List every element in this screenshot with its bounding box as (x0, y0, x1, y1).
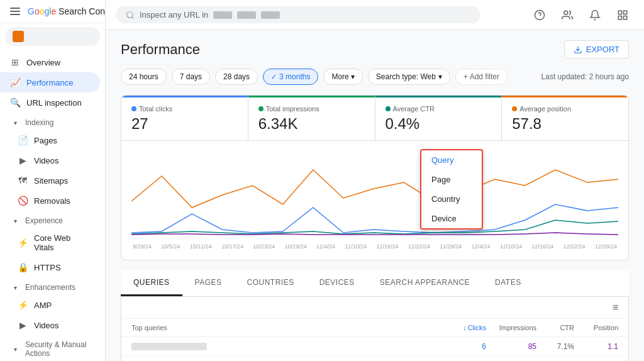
section-experience[interactable]: ▾ Experience (0, 211, 105, 228)
tab-search-appearance[interactable]: SEARCH APPEARANCE (367, 270, 482, 296)
metric-value-position: 57.8 (512, 115, 618, 133)
sidebar-item-amp[interactable]: ⚡ AMP (0, 295, 100, 315)
tab-countries[interactable]: COUNTRIES (234, 270, 306, 296)
section-enhancements[interactable]: ▾ Enhancements (0, 277, 105, 295)
sidebar-item-https[interactable]: 🔒 HTTPS (0, 257, 100, 277)
sidebar-item-pages[interactable]: 📄 Pages (0, 130, 100, 150)
app-logo: Google Search Console (28, 6, 106, 16)
videos-icon: ▶ (18, 155, 28, 165)
filter-7d[interactable]: 7 days (172, 69, 210, 85)
sidebar-item-videos2[interactable]: ▶ Videos (0, 315, 100, 335)
overview-icon: ⊞ (10, 57, 20, 67)
x-label: 9/29/24 (133, 243, 152, 250)
filter-rows-icon[interactable]: ≡ (613, 302, 618, 313)
section-security[interactable]: ▾ Security & Manual Actions (0, 335, 105, 360)
url-part-3 (261, 11, 280, 19)
search-type-button[interactable]: Search type: Web ▾ (368, 69, 450, 85)
x-label: 12/10/24 (500, 243, 522, 250)
filter-28d[interactable]: 28 days (215, 69, 258, 85)
sidebar-item-core-web-vitals[interactable]: ⚡ Core Web Vitals (0, 228, 100, 257)
metric-label-impressions: Total impressions (258, 105, 365, 113)
clicks-cell: 6 (436, 342, 486, 351)
bell-icon-button[interactable] (584, 4, 606, 26)
dropdown-item-country[interactable]: Country (421, 189, 482, 209)
tab-queries[interactable]: QUERIES (121, 270, 182, 296)
chevron-icon: ▾ (10, 216, 20, 226)
property-selector[interactable] (5, 27, 100, 46)
table-toolbar: ≡ (121, 297, 628, 319)
col-header-impressions[interactable]: Impressions (486, 324, 536, 331)
svg-line-1 (132, 16, 134, 18)
x-label: 12/4/24 (472, 243, 491, 250)
tab-pages[interactable]: PAGES (182, 270, 235, 296)
sidebar-item-label: Videos (34, 156, 59, 165)
export-button[interactable]: EXPORT (564, 40, 629, 58)
col-header-position[interactable]: Position (574, 324, 618, 331)
sidebar-item-removals[interactable]: 🚫 Removals (0, 191, 100, 211)
top-bar: Inspect any URL in (106, 0, 644, 30)
sort-arrow-icon: ↓ (463, 324, 467, 331)
tab-devices[interactable]: DEVICES (307, 270, 367, 296)
sidebar-header: Google Search Console (0, 0, 105, 23)
sidebar-item-sitemaps[interactable]: 🗺 Sitemaps (0, 170, 100, 191)
dropdown-item-device[interactable]: Device (421, 209, 482, 228)
position-cell: 1.1 (574, 342, 618, 351)
svg-point-4 (564, 11, 568, 14)
section-label: Indexing (25, 118, 53, 127)
query-cell (131, 343, 436, 350)
svg-rect-8 (618, 16, 621, 19)
sidebar: Google Search Console ⊞ Overview 📈 Perfo… (0, 0, 106, 361)
amp-icon: ⚡ (18, 300, 28, 310)
sidebar-item-url-inspection[interactable]: 🔍 URL inspection (0, 92, 100, 113)
tab-dates[interactable]: DATES (482, 270, 534, 296)
table-header: Top queries ↓ Clicks Impressions CTR Pos… (121, 319, 628, 337)
sidebar-item-overview[interactable]: ⊞ Overview (0, 52, 100, 72)
performance-icon: 📈 (10, 77, 20, 87)
filter-bar: 24 hours 7 days 28 days 3 months More ▾ … (121, 69, 629, 85)
metric-value-impressions: 6.34K (258, 115, 365, 133)
url-inspection-icon: 🔍 (10, 97, 20, 108)
metric-card-clicks[interactable]: Total clicks 27 (121, 96, 248, 140)
grid-icon-button[interactable] (611, 4, 634, 26)
add-filter-button[interactable]: + Add filter (455, 69, 508, 85)
sidebar-item-label: Sitemaps (34, 176, 68, 186)
x-label: 11/4/24 (316, 243, 335, 250)
section-indexing[interactable]: ▾ Indexing (0, 113, 105, 130)
metric-card-position[interactable]: Average position 57.8 (502, 96, 628, 140)
chevron-down-icon: ▾ (438, 72, 442, 81)
dropdown-item-query[interactable]: Query (421, 150, 482, 170)
people-icon (562, 9, 573, 21)
help-icon-button[interactable] (528, 4, 551, 26)
search-placeholder: Inspect any URL in (140, 10, 208, 19)
metric-value-clicks: 27 (131, 115, 238, 133)
sidebar-item-videos[interactable]: ▶ Videos (0, 150, 100, 170)
url-inspection-bar[interactable]: Inspect any URL in (116, 6, 480, 23)
sidebar-item-label: Performance (26, 78, 73, 87)
last-updated-text: Last updated: 2 hours ago (541, 72, 629, 81)
filter-more[interactable]: More ▾ (323, 69, 362, 85)
chevron-icon: ▾ (10, 282, 20, 292)
query-bar (131, 343, 207, 350)
col-header-clicks[interactable]: ↓ Clicks (436, 324, 486, 331)
sidebar-item-performance[interactable]: 📈 Performance (0, 72, 100, 92)
metric-card-impressions[interactable]: Total impressions 6.34K (248, 96, 375, 140)
sidebar-navigation: ⊞ Overview 📈 Performance 🔍 URL inspectio… (0, 50, 105, 361)
col-header-ctr[interactable]: CTR (536, 324, 574, 331)
metric-value-ctr: 0.4% (386, 115, 492, 133)
people-icon-button[interactable] (556, 4, 579, 26)
dropdown-item-page[interactable]: Page (421, 170, 482, 189)
filter-3months[interactable]: 3 months (263, 69, 318, 85)
performance-chart (131, 151, 618, 239)
filter-24h[interactable]: 24 hours (121, 69, 167, 85)
x-label: 12/28/24 (595, 243, 617, 250)
x-label: 10/29/24 (285, 243, 307, 250)
videos2-icon: ▶ (18, 320, 28, 330)
chevron-down-icon: ▾ (351, 72, 355, 81)
hamburger-menu[interactable] (8, 5, 23, 18)
metric-cards: Total clicks 27 Total impressions 6.34K … (121, 95, 629, 141)
metric-card-ctr[interactable]: Average CTR 0.4% (375, 96, 502, 140)
url-part-2 (237, 11, 256, 19)
metric-dot-position (512, 106, 517, 111)
search-type-label: Search type: Web (376, 72, 436, 81)
url-part-1 (213, 11, 232, 19)
